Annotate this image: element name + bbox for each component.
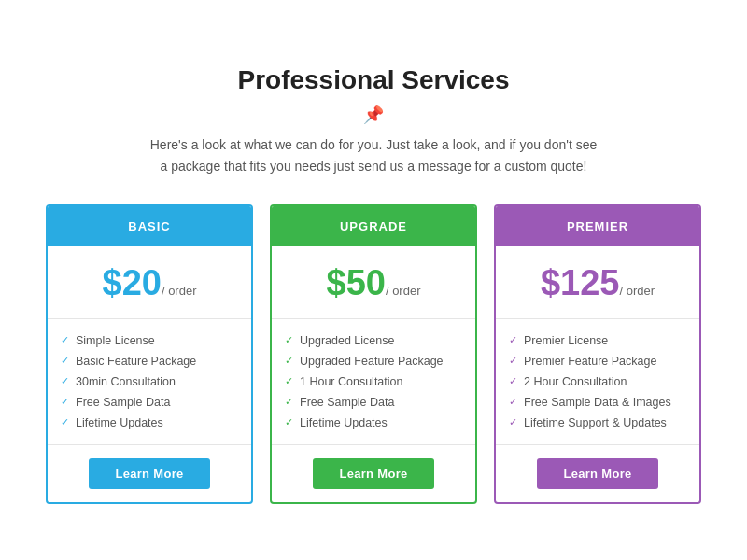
check-icon: ✓ — [61, 396, 69, 408]
check-icon: ✓ — [509, 416, 517, 428]
card-premier-learn-more-button[interactable]: Learn More — [537, 458, 657, 489]
card-basic: BASIC$20/ order✓Simple License✓Basic Fea… — [46, 204, 253, 504]
check-icon: ✓ — [509, 355, 517, 367]
feature-item: ✓Free Sample Data & Images — [509, 396, 686, 409]
card-basic-header: BASIC — [48, 206, 251, 246]
card-basic-footer: Learn More — [48, 445, 251, 502]
card-premier-price-box: $125/ order — [496, 246, 699, 319]
feature-label: Lifetime Updates — [76, 416, 163, 429]
check-icon: ✓ — [61, 355, 69, 367]
feature-item: ✓Lifetime Updates — [285, 416, 462, 429]
feature-item: ✓2 Hour Consultation — [509, 375, 686, 388]
page-wrapper: Professional Services 📌 Here's a look at… — [0, 28, 747, 532]
card-upgrade: UPGRADE$50/ order✓Upgraded License✓Upgra… — [270, 204, 477, 504]
feature-item: ✓Upgraded License — [285, 334, 462, 347]
check-icon: ✓ — [509, 396, 517, 408]
check-icon: ✓ — [509, 334, 517, 346]
cards-row: BASIC$20/ order✓Simple License✓Basic Fea… — [19, 204, 728, 504]
card-upgrade-header: UPGRADE — [272, 206, 475, 246]
feature-label: 2 Hour Consultation — [524, 375, 627, 388]
card-basic-price-suffix: / order — [162, 284, 197, 298]
feature-item: ✓30min Consultation — [61, 375, 238, 388]
check-icon: ✓ — [61, 334, 69, 346]
feature-label: Basic Feature Package — [76, 355, 196, 368]
feature-label: Lifetime Support & Updates — [524, 416, 667, 429]
check-icon: ✓ — [285, 334, 293, 346]
feature-label: Upgraded License — [300, 334, 394, 347]
divider-icon: 📌 — [19, 105, 728, 125]
feature-item: ✓Free Sample Data — [285, 396, 462, 409]
feature-item: ✓Premier License — [509, 334, 686, 347]
card-premier-footer: Learn More — [496, 445, 699, 502]
card-basic-price-amount: $20 — [103, 263, 162, 302]
feature-item: ✓Premier Feature Package — [509, 355, 686, 368]
feature-label: Lifetime Updates — [300, 416, 388, 429]
feature-label: Free Sample Data & Images — [524, 396, 671, 409]
card-premier-price-suffix: / order — [619, 284, 655, 298]
check-icon: ✓ — [61, 416, 69, 428]
feature-label: Premier License — [524, 334, 608, 347]
card-upgrade-learn-more-button[interactable]: Learn More — [313, 458, 433, 489]
card-upgrade-features: ✓Upgraded License✓Upgraded Feature Packa… — [272, 319, 475, 445]
card-upgrade-price-amount: $50 — [327, 263, 386, 302]
feature-item: ✓Upgraded Feature Package — [285, 355, 462, 368]
card-premier-features: ✓Premier License✓Premier Feature Package… — [496, 319, 699, 445]
check-icon: ✓ — [61, 375, 69, 387]
check-icon: ✓ — [285, 396, 293, 408]
feature-item: ✓Free Sample Data — [61, 396, 238, 409]
check-icon: ✓ — [285, 355, 293, 367]
page-title: Professional Services — [19, 65, 728, 95]
card-premier: PREMIER$125/ order✓Premier License✓Premi… — [494, 204, 701, 504]
feature-item: ✓Lifetime Updates — [61, 416, 238, 429]
check-icon: ✓ — [509, 375, 517, 387]
feature-item: ✓Basic Feature Package — [61, 355, 238, 368]
feature-item: ✓Simple License — [61, 334, 238, 347]
card-basic-learn-more-button[interactable]: Learn More — [89, 458, 209, 489]
feature-label: Free Sample Data — [76, 396, 170, 409]
card-upgrade-price-suffix: / order — [386, 284, 421, 298]
card-basic-price-box: $20/ order — [48, 246, 251, 319]
card-premier-header: PREMIER — [496, 206, 699, 246]
feature-label: 30min Consultation — [76, 375, 176, 388]
feature-item: ✓1 Hour Consultation — [285, 375, 462, 388]
card-upgrade-footer: Learn More — [272, 445, 475, 502]
feature-label: Upgraded Feature Package — [300, 355, 444, 368]
feature-label: 1 Hour Consultation — [300, 375, 402, 388]
feature-label: Simple License — [76, 334, 155, 347]
card-upgrade-price-box: $50/ order — [272, 246, 475, 319]
card-premier-price-amount: $125 — [541, 263, 620, 302]
subtitle: Here's a look at what we can do for you.… — [149, 134, 598, 176]
card-basic-features: ✓Simple License✓Basic Feature Package✓30… — [48, 319, 251, 445]
feature-label: Premier Feature Package — [524, 355, 656, 368]
check-icon: ✓ — [285, 416, 293, 428]
feature-label: Free Sample Data — [300, 396, 394, 409]
check-icon: ✓ — [285, 375, 293, 387]
feature-item: ✓Lifetime Support & Updates — [509, 416, 686, 429]
